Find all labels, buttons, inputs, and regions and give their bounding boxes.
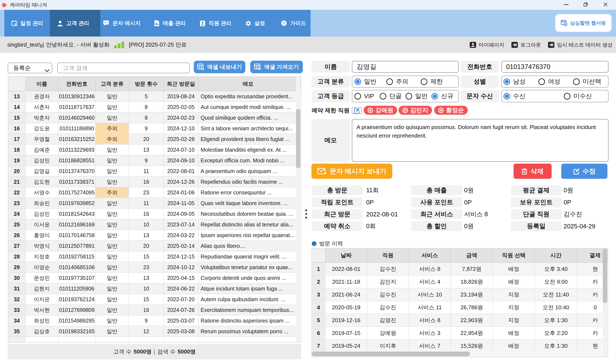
svg-text:?: ?: [283, 21, 285, 26]
svg-text:C: C: [3, 4, 5, 6]
